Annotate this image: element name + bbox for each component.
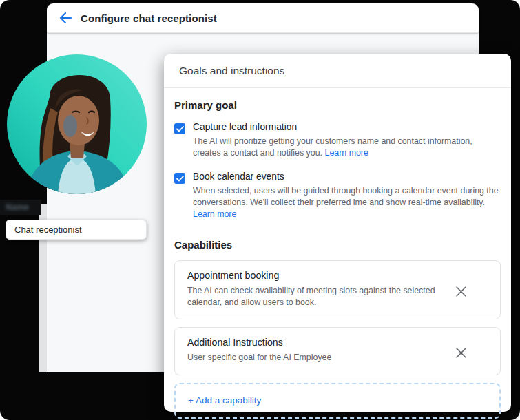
receptionist-name-input[interactable] <box>6 220 147 240</box>
book-calendar-checkbox[interactable] <box>174 173 185 184</box>
x-close-icon <box>455 286 467 297</box>
goal-item-book-calendar: Book calendar events When selected, user… <box>174 171 501 220</box>
capability-title: Appointment booking <box>187 270 452 281</box>
back-button[interactable] <box>55 8 76 28</box>
name-field-label: Name <box>0 200 41 215</box>
capability-description: The AI can check availability of meeting… <box>187 285 452 309</box>
check-icon <box>176 126 184 132</box>
remove-capability-button[interactable] <box>452 344 470 362</box>
arrow-left-icon <box>59 12 72 23</box>
capability-card-additional-instructions: Additional Instructions User specific go… <box>174 327 501 375</box>
capability-description: User specific goal for the AI Employee <box>187 352 449 364</box>
goal-label[interactable]: Book calendar events <box>193 171 501 182</box>
goal-item-capture-lead: Capture lead information The AI will pri… <box>174 122 501 159</box>
remove-capability-button[interactable] <box>452 283 470 301</box>
primary-goal-heading: Primary goal <box>174 99 501 111</box>
goal-description: When selected, users will be guided thro… <box>193 185 501 220</box>
goal-label[interactable]: Capture lead information <box>193 122 501 132</box>
goals-panel-header: Goals and instructions <box>164 54 511 88</box>
avatar-image <box>7 54 147 194</box>
goals-panel-title: Goals and instructions <box>179 65 284 77</box>
check-icon <box>176 176 184 182</box>
goals-and-instructions-panel: Goals and instructions Primary goal Capt… <box>164 54 511 412</box>
capability-title: Additional Instructions <box>187 337 452 348</box>
configure-header: Configure chat receptionist <box>47 3 479 33</box>
capture-lead-checkbox[interactable] <box>174 123 185 134</box>
capabilities-heading: Capabilities <box>174 239 501 251</box>
page-title: Configure chat receptionist <box>81 12 217 24</box>
capability-card-appointment-booking: Appointment booking The AI can check ava… <box>174 260 501 320</box>
x-close-icon <box>455 347 467 359</box>
add-capability-label: + Add a capability <box>188 395 261 406</box>
learn-more-link[interactable]: Learn more <box>325 148 368 158</box>
learn-more-link[interactable]: Learn more <box>193 209 236 219</box>
receptionist-avatar <box>7 54 147 194</box>
goal-description: The AI will prioritize getting your cust… <box>193 136 501 159</box>
add-capability-button[interactable]: + Add a capability <box>174 383 501 419</box>
